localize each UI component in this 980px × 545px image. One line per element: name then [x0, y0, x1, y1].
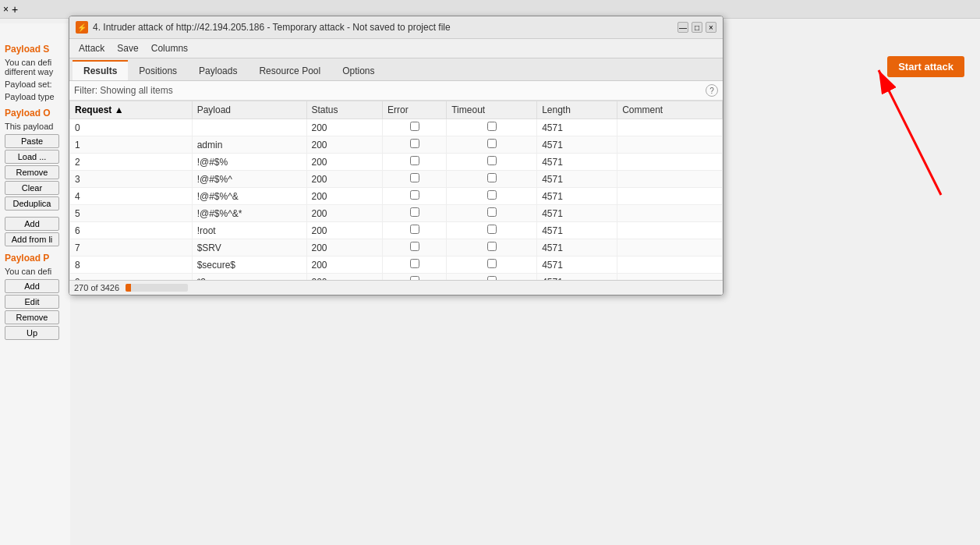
maximize-button[interactable]: □	[692, 22, 702, 33]
cell-comment	[617, 274, 723, 281]
minimize-button[interactable]: —	[678, 22, 688, 33]
timeout-checkbox[interactable]	[487, 207, 497, 217]
error-checkbox[interactable]	[410, 122, 419, 131]
error-checkbox[interactable]	[410, 276, 419, 280]
error-checkbox[interactable]	[410, 225, 419, 234]
cell-comment	[617, 136, 723, 154]
tab-results[interactable]: Results	[73, 60, 128, 80]
cell-length: 4571	[537, 257, 617, 274]
timeout-checkbox[interactable]	[487, 259, 497, 268]
cell-length: 4571	[537, 136, 617, 154]
cell-comment	[617, 171, 723, 188]
timeout-checkbox[interactable]	[487, 190, 497, 200]
deduplicate-button[interactable]: Deduplica	[5, 196, 59, 211]
error-checkbox[interactable]	[410, 242, 419, 251]
cell-status: 200	[306, 136, 383, 154]
cell-comment	[617, 119, 723, 136]
error-checkbox[interactable]	[410, 190, 419, 200]
table-row[interactable]: 1 admin 200 4571	[70, 136, 723, 154]
error-checkbox[interactable]	[410, 259, 419, 268]
table-header-row: Request ▲ Payload Status Error Timeout L…	[70, 101, 723, 119]
pp-edit-button[interactable]: Edit	[5, 295, 59, 309]
cell-status: 200	[306, 222, 383, 239]
timeout-checkbox[interactable]	[487, 139, 497, 148]
cell-length: 4571	[537, 188, 617, 205]
col-request[interactable]: Request ▲	[70, 101, 193, 119]
tab-positions[interactable]: Positions	[128, 60, 188, 80]
columns-menu[interactable]: Columns	[145, 41, 194, 56]
col-timeout[interactable]: Timeout	[447, 101, 537, 119]
pp-add-button[interactable]: Add	[5, 279, 59, 293]
col-status[interactable]: Status	[306, 101, 383, 119]
filter-help-icon[interactable]: ?	[706, 84, 718, 97]
remove-button[interactable]: Remove	[5, 165, 59, 179]
cell-length: 4571	[537, 154, 617, 171]
col-payload[interactable]: Payload	[192, 101, 306, 119]
table-row[interactable]: 6 !root 200 4571	[70, 222, 723, 239]
cell-comment	[617, 188, 723, 205]
cell-status: 200	[306, 154, 383, 171]
timeout-checkbox[interactable]	[487, 225, 497, 234]
cell-length: 4571	[537, 239, 617, 257]
cell-payload: $SRV	[192, 239, 306, 257]
cell-status: 200	[306, 274, 383, 281]
timeout-checkbox[interactable]	[487, 156, 497, 165]
timeout-checkbox[interactable]	[487, 173, 497, 182]
window-controls: — □ ×	[678, 22, 716, 33]
error-checkbox[interactable]	[410, 207, 419, 217]
dialog-body: ? Request ▲ Payload Status Error Timeout…	[69, 81, 723, 295]
pp-up-button[interactable]: Up	[5, 326, 59, 340]
cell-error	[383, 205, 447, 222]
pp-remove-button[interactable]: Remove	[5, 310, 59, 324]
dialog-title: 4. Intruder attack of http://42.194.205.…	[93, 22, 673, 33]
cell-comment	[617, 205, 723, 222]
tab-payloads[interactable]: Payloads	[188, 60, 248, 80]
table-row[interactable]: 4 !@#$%^& 200 4571	[70, 188, 723, 205]
filter-input[interactable]	[74, 85, 706, 96]
payload-set-desc: You can defi different way	[5, 58, 65, 76]
cell-timeout	[447, 188, 537, 205]
paste-button[interactable]: Paste	[5, 134, 59, 148]
cell-length: 4571	[537, 171, 617, 188]
timeout-checkbox[interactable]	[487, 276, 497, 280]
error-checkbox[interactable]	[410, 173, 419, 182]
burp-icon: ⚡	[76, 21, 88, 34]
payload-options-desc: This payload	[5, 122, 65, 131]
load-button[interactable]: Load ...	[5, 150, 59, 164]
table-row[interactable]: 8 $secure$ 200 4571	[70, 257, 723, 274]
tab-options[interactable]: Options	[331, 60, 385, 80]
dialog-menubar: Attack Save Columns	[69, 39, 723, 58]
add-from-list-button[interactable]: Add from li	[5, 232, 59, 246]
attack-menu[interactable]: Attack	[73, 41, 111, 56]
save-menu[interactable]: Save	[111, 41, 144, 56]
timeout-checkbox[interactable]	[487, 122, 497, 131]
cell-payload: *3noguru	[192, 274, 306, 281]
cell-request: 3	[70, 171, 193, 188]
payload-options-title: Payload O	[5, 108, 65, 119]
table-row[interactable]: 5 !@#$%^&* 200 4571	[70, 205, 723, 222]
error-checkbox[interactable]	[410, 139, 419, 148]
payload-options-section: Payload O This payload Paste Load ... Re…	[5, 108, 65, 211]
cell-length: 4571	[537, 222, 617, 239]
tab-close-btn[interactable]: ×	[3, 4, 9, 15]
timeout-checkbox[interactable]	[487, 242, 497, 251]
clear-button[interactable]: Clear	[5, 181, 59, 195]
start-attack-button[interactable]: Start attack	[887, 56, 964, 77]
table-row[interactable]: 3 !@#$%^ 200 4571	[70, 171, 723, 188]
tab-resource-pool[interactable]: Resource Pool	[248, 60, 331, 80]
table-row[interactable]: 9 *3noguru 200 4571	[70, 274, 723, 281]
sidebar: Payload S You can defi different way Pay…	[0, 23, 70, 545]
table-row[interactable]: 7 $SRV 200 4571	[70, 239, 723, 257]
error-checkbox[interactable]	[410, 156, 419, 165]
table-row[interactable]: 2 !@#$% 200 4571	[70, 154, 723, 171]
table-row[interactable]: 0 200 4571	[70, 119, 723, 136]
close-button[interactable]: ×	[706, 22, 716, 33]
cell-length: 4571	[537, 205, 617, 222]
tab-add-btn[interactable]: +	[12, 3, 18, 16]
dialog-tabs: Results Positions Payloads Resource Pool…	[69, 58, 723, 81]
add-button[interactable]: Add	[5, 217, 59, 231]
col-comment[interactable]: Comment	[617, 101, 723, 119]
col-length[interactable]: Length	[537, 101, 617, 119]
col-error[interactable]: Error	[383, 101, 447, 119]
cell-error	[383, 171, 447, 188]
